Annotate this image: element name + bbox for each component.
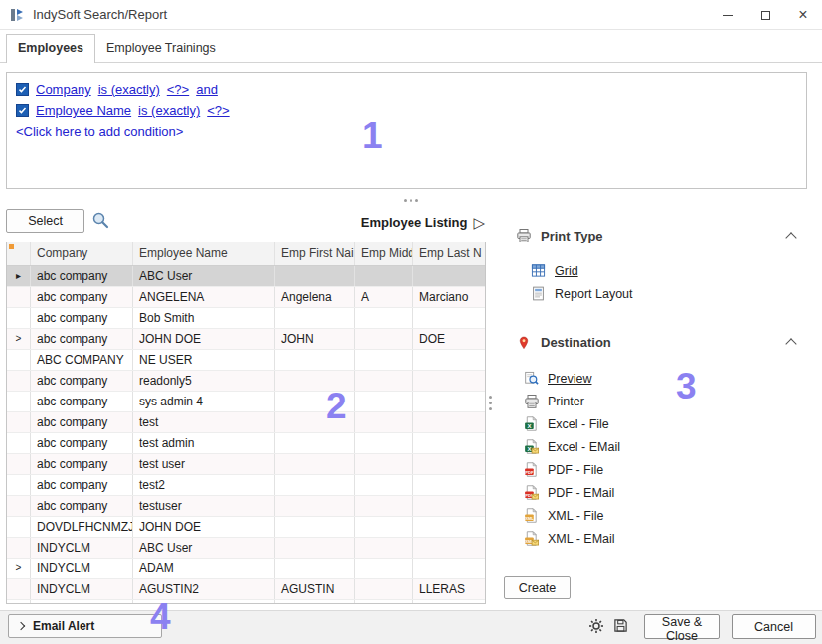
cancel-button[interactable]: Cancel bbox=[732, 614, 816, 639]
grid-cell[interactable] bbox=[355, 496, 413, 516]
table-row[interactable]: ABC COMPANYNE USER bbox=[7, 350, 485, 371]
grid-cell[interactable] bbox=[275, 559, 355, 578]
print-type-option-report-layout[interactable]: Report Layout bbox=[530, 282, 633, 305]
print-type-option-grid[interactable]: Grid bbox=[530, 259, 633, 282]
expand-row-icon[interactable]: > bbox=[7, 559, 31, 578]
destination-option-pdf-email[interactable]: PDFPDF - EMail bbox=[523, 481, 620, 504]
grid-cell[interactable]: A bbox=[355, 287, 413, 307]
destination-option-excel-email[interactable]: XExcel - EMail bbox=[523, 435, 620, 458]
vertical-splitter-grip[interactable] bbox=[487, 396, 493, 410]
grid-cell[interactable] bbox=[413, 350, 486, 370]
column-header-company[interactable]: Company bbox=[31, 242, 133, 265]
condition-field[interactable]: Employee Name bbox=[36, 103, 131, 118]
grid-cell[interactable] bbox=[413, 517, 486, 537]
table-row[interactable]: abc companyreadonly5 bbox=[7, 371, 485, 392]
grid-cell[interactable]: test bbox=[133, 412, 275, 432]
grid-cell[interactable] bbox=[413, 559, 486, 578]
grid-cell[interactable] bbox=[275, 454, 355, 474]
grid-cell[interactable]: abc company bbox=[31, 496, 133, 516]
grid-cell[interactable] bbox=[355, 517, 413, 537]
grid-cell[interactable] bbox=[413, 266, 486, 286]
grid-cell[interactable]: Angelena bbox=[275, 287, 355, 307]
grid-cell[interactable]: LLERAS bbox=[413, 579, 486, 599]
grid-cell[interactable]: ABC User bbox=[133, 538, 275, 558]
grid-cell[interactable] bbox=[355, 559, 413, 578]
grid-cell[interactable] bbox=[355, 538, 413, 558]
grid-cell[interactable]: sys admin 4 bbox=[133, 392, 275, 411]
grid-cell[interactable] bbox=[355, 392, 413, 411]
destination-option-printer[interactable]: Printer bbox=[523, 390, 620, 412]
add-condition-link[interactable]: <Click here to add condition> bbox=[16, 124, 797, 139]
grid-cell[interactable] bbox=[275, 308, 355, 328]
grid-cell[interactable] bbox=[355, 371, 413, 391]
grid-cell[interactable] bbox=[413, 412, 486, 432]
destination-header[interactable]: Destination bbox=[515, 335, 801, 350]
grid-cell[interactable] bbox=[355, 308, 413, 328]
grid-cell[interactable]: test admin bbox=[133, 433, 275, 453]
table-row[interactable]: abc companytest admin bbox=[7, 433, 485, 454]
print-type-header[interactable]: Print Type bbox=[515, 228, 801, 243]
grid-cell[interactable] bbox=[355, 475, 413, 495]
close-button[interactable]: × bbox=[784, 0, 822, 30]
grid-cell[interactable] bbox=[355, 329, 413, 349]
grid-cell[interactable] bbox=[413, 392, 486, 411]
destination-option-excel-file[interactable]: XExcel - File bbox=[523, 412, 620, 435]
grid-cell[interactable]: INDYCLM bbox=[31, 579, 133, 599]
grid-cell[interactable] bbox=[413, 308, 486, 328]
condition-field[interactable]: Company bbox=[36, 82, 91, 97]
grid-cell[interactable]: abc company bbox=[31, 475, 133, 495]
condition-operator[interactable]: is (exactly) bbox=[98, 82, 160, 97]
tab-employees[interactable]: Employees bbox=[6, 34, 95, 63]
collapse-chevron-icon[interactable] bbox=[785, 232, 796, 242]
grid-cell[interactable]: NE USER bbox=[133, 350, 275, 370]
grid-cell[interactable] bbox=[275, 433, 355, 453]
grid-cell[interactable]: abc company bbox=[31, 433, 133, 453]
table-row[interactable]: abc companyANGELENAAngelenaAMarciano bbox=[7, 287, 485, 308]
table-row[interactable]: >INDYCLMADAM bbox=[7, 559, 485, 579]
destination-option-preview[interactable]: Preview bbox=[523, 367, 620, 390]
grid-cell[interactable] bbox=[275, 517, 355, 537]
table-row[interactable]: abc companyBob Smith bbox=[7, 308, 485, 329]
condition-operator[interactable]: is (exactly) bbox=[138, 103, 200, 118]
grid-cell[interactable]: abc company bbox=[31, 266, 133, 286]
grid-cell[interactable] bbox=[355, 412, 413, 432]
grid-cell[interactable]: test user bbox=[133, 454, 275, 474]
column-header-emp-first-nai[interactable]: Emp First Nai bbox=[275, 242, 355, 265]
condition-conjunction[interactable]: and bbox=[196, 82, 218, 97]
grid-cell[interactable] bbox=[355, 433, 413, 453]
table-row[interactable]: INDYCLMABC User bbox=[7, 538, 485, 559]
maximize-button[interactable] bbox=[746, 0, 784, 30]
grid-cell[interactable]: DOVDLFHCNMZJBI bbox=[31, 517, 133, 537]
grid-cell[interactable] bbox=[275, 266, 355, 286]
tab-employee-trainings[interactable]: Employee Trainings bbox=[95, 35, 227, 62]
search-icon[interactable] bbox=[91, 211, 109, 233]
grid-cell[interactable]: ANGELENA bbox=[133, 287, 275, 307]
grid-cell[interactable] bbox=[413, 371, 486, 391]
grid-cell[interactable] bbox=[413, 433, 486, 453]
column-header-employee-name[interactable]: Employee Name bbox=[133, 242, 275, 265]
checkbox-checked-icon[interactable] bbox=[16, 104, 29, 117]
condition-value[interactable]: <?> bbox=[167, 82, 189, 97]
save-and-close-button[interactable]: Save & Close bbox=[644, 614, 720, 639]
table-row[interactable]: abc companysys admin 4 bbox=[7, 392, 485, 412]
grid-cell[interactable] bbox=[275, 496, 355, 516]
destination-option-xml-email[interactable]: XMLXML - EMail bbox=[523, 527, 620, 550]
grid-cell[interactable]: test2 bbox=[133, 475, 275, 495]
grid-cell[interactable]: abc company bbox=[31, 329, 133, 349]
grid-cell[interactable]: Bob Smith bbox=[133, 308, 275, 328]
collapse-chevron-icon[interactable] bbox=[785, 338, 796, 349]
grid-cell[interactable] bbox=[413, 454, 486, 474]
grid-cell[interactable]: ADAM bbox=[133, 559, 275, 578]
grid-cell[interactable] bbox=[355, 454, 413, 474]
grid-cell[interactable]: abc company bbox=[31, 392, 133, 411]
gear-icon[interactable] bbox=[588, 618, 604, 638]
horizontal-splitter-grip[interactable] bbox=[0, 196, 822, 204]
grid-cell[interactable]: INDYCLM bbox=[31, 559, 133, 578]
select-button[interactable]: Select bbox=[6, 209, 84, 233]
grid-cell[interactable]: JOHN bbox=[275, 329, 355, 349]
table-row[interactable]: abc companytest user bbox=[7, 454, 485, 475]
destination-option-pdf-file[interactable]: PDFPDF - File bbox=[523, 458, 620, 481]
grid-cell[interactable]: abc company bbox=[31, 287, 133, 307]
grid-cell[interactable]: Marciano bbox=[413, 287, 486, 307]
grid-cell[interactable] bbox=[275, 538, 355, 558]
